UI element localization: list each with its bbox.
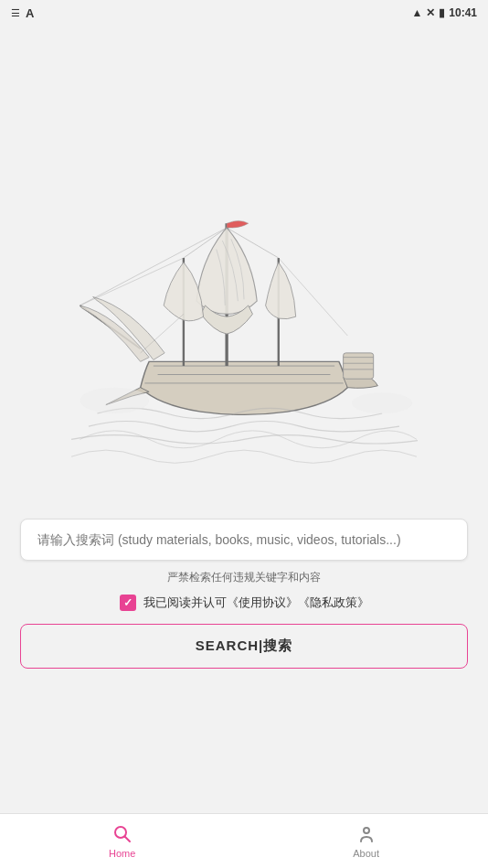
nav-item-about[interactable]: About <box>316 820 416 863</box>
search-input[interactable] <box>20 519 468 561</box>
agreement-row: 我已阅读并认可《使用协议》《隐私政策》 <box>120 595 369 611</box>
main-content: 严禁检索任何违规关键字和内容 我已阅读并认可《使用协议》《隐私政策》 SEARC… <box>0 26 488 813</box>
battery-icon: ▮ <box>439 6 445 19</box>
ship-illustration <box>52 171 436 500</box>
status-bar: ☰ A ▲ ✕ ▮ 10:41 <box>0 0 488 26</box>
search-section: 严禁检索任何违规关键字和内容 我已阅读并认可《使用协议》《隐私政策》 SEARC… <box>20 519 468 669</box>
nav-home-label: Home <box>109 848 135 859</box>
agreement-text: 我已阅读并认可《使用协议》《隐私政策》 <box>143 595 369 611</box>
search-button[interactable]: SEARCH|搜索 <box>20 624 468 669</box>
signal-icon: ✕ <box>426 6 435 19</box>
app-icon: A <box>26 6 34 20</box>
wifi-icon: ▲ <box>411 6 422 19</box>
nav-about-label: About <box>353 848 379 859</box>
svg-line-14 <box>124 837 130 842</box>
svg-point-12 <box>352 392 412 413</box>
status-right: ▲ ✕ ▮ 10:41 <box>411 6 477 19</box>
home-search-icon <box>111 823 133 845</box>
nav-item-home[interactable]: Home <box>72 820 172 863</box>
ship-svg <box>70 180 418 491</box>
about-icon <box>355 823 377 845</box>
notification-icon: ☰ <box>11 7 20 19</box>
time-display: 10:41 <box>449 6 477 19</box>
svg-point-15 <box>364 828 369 833</box>
svg-rect-0 <box>344 352 374 378</box>
warning-text: 严禁检索任何违规关键字和内容 <box>167 570 321 585</box>
agreement-checkbox[interactable] <box>120 595 136 611</box>
bottom-nav: Home About <box>0 813 488 868</box>
status-left: ☰ A <box>11 6 34 20</box>
svg-point-11 <box>80 387 150 413</box>
